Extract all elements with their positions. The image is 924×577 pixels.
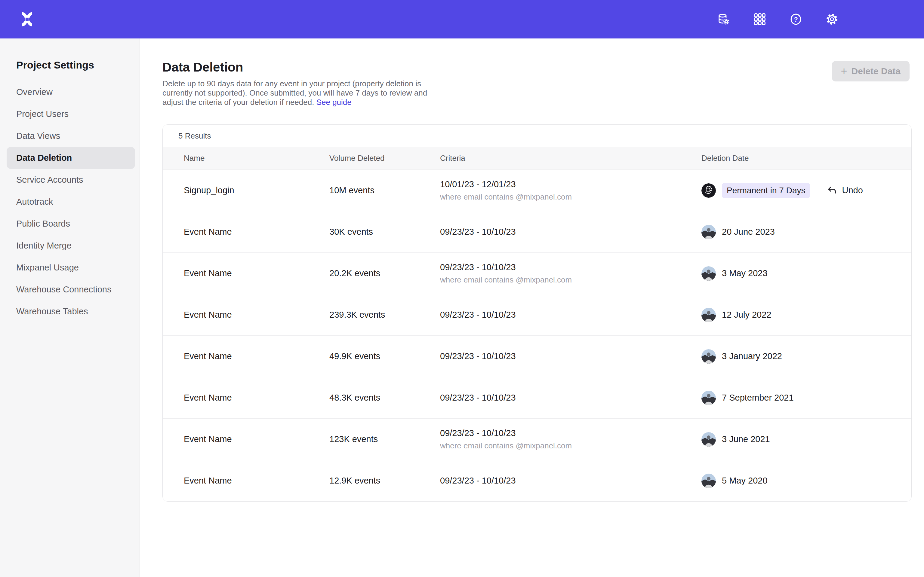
row-criteria-filter: where email contains @mixpanel.com — [440, 275, 701, 285]
row-criteria: 09/23/23 - 10/10/23 — [440, 351, 701, 361]
user-avatar-photo — [701, 432, 716, 446]
table-row: Event Name 12.9K events 09/23/23 - 10/10… — [163, 460, 911, 501]
row-volume: 12.9K events — [330, 476, 440, 486]
sidebar-item[interactable]: Data Deletion — [6, 147, 135, 169]
deletion-date-text: 3 January 2022 — [722, 351, 782, 361]
sidebar-nav: OverviewProject UsersData ViewsData Dele… — [0, 81, 139, 322]
row-criteria: 09/23/23 - 10/10/23 — [440, 476, 701, 486]
row-criteria: 09/23/23 - 10/10/23 — [440, 310, 701, 320]
page-header: Data Deletion Delete up to 90 days data … — [162, 61, 909, 107]
pending-deletion: Permanent in 7 Days Undo — [722, 183, 863, 198]
row-criteria: 09/23/23 - 10/10/23 — [440, 393, 701, 403]
row-name: Event Name — [184, 351, 330, 361]
row-deletion-date: 3 June 2021 — [701, 432, 911, 446]
row-criteria-filter: where email contains @mixpanel.com — [440, 441, 701, 450]
sidebar-item[interactable]: Warehouse Tables — [0, 301, 139, 322]
data-management-icon[interactable] — [716, 12, 731, 26]
row-criteria-range: 09/23/23 - 10/10/23 — [440, 351, 701, 361]
row-criteria-range: 10/01/23 - 12/01/23 — [440, 179, 701, 189]
row-volume: 48.3K events — [330, 393, 440, 403]
user-avatar-photo — [701, 266, 716, 281]
row-criteria: 10/01/23 - 12/01/23 where email contains… — [440, 179, 701, 201]
sidebar-title: Project Settings — [0, 59, 139, 71]
sidebar-item[interactable]: Warehouse Connections — [0, 279, 139, 301]
page-title: Data Deletion — [162, 61, 429, 74]
table-row: Event Name 48.3K events 09/23/23 - 10/10… — [163, 377, 911, 418]
deletion-date-text: 3 May 2023 — [722, 268, 767, 278]
top-navigation-bar: ? — [0, 0, 924, 39]
see-guide-link[interactable]: See guide — [317, 98, 352, 107]
undo-button[interactable]: Undo — [827, 185, 863, 196]
row-criteria: 09/23/23 - 10/10/23 — [440, 227, 701, 237]
row-name: Event Name — [184, 434, 330, 444]
sidebar-item[interactable]: Public Boards — [0, 213, 139, 235]
delete-data-button-label: Delete Data — [851, 66, 901, 76]
mixpanel-logo-icon[interactable] — [19, 11, 36, 27]
table-row: Signup_login 10M events 10/01/23 - 12/01… — [163, 169, 911, 211]
row-volume: 49.9K events — [330, 351, 440, 361]
row-name: Signup_login — [184, 185, 330, 195]
row-deletion-date: 5 May 2020 — [701, 474, 911, 488]
apps-grid-icon[interactable] — [753, 12, 767, 26]
page-description: Delete up to 90 days data for any event … — [162, 79, 429, 107]
row-name: Event Name — [184, 310, 330, 320]
table-row: Event Name 123K events 09/23/23 - 10/10/… — [163, 418, 911, 460]
row-name: Event Name — [184, 268, 330, 278]
row-volume: 30K events — [330, 227, 440, 237]
table-row: Event Name 49.9K events 09/23/23 - 10/10… — [163, 335, 911, 377]
row-name: Event Name — [184, 393, 330, 403]
table-row: Event Name 239.3K events 09/23/23 - 10/1… — [163, 294, 911, 335]
row-volume: 123K events — [330, 434, 440, 444]
deletion-date-text: 7 September 2021 — [722, 393, 794, 403]
plus-icon: + — [841, 66, 847, 77]
row-criteria-filter: where email contains @mixpanel.com — [440, 192, 701, 201]
sidebar-item[interactable]: Data Views — [0, 125, 139, 147]
sidebar-item[interactable]: Service Accounts — [0, 169, 139, 191]
row-deletion-date: Permanent in 7 Days Undo — [701, 183, 911, 198]
column-header: Volume Deleted — [330, 153, 440, 163]
row-criteria-range: 09/23/23 - 10/10/23 — [440, 310, 701, 320]
table-row: Event Name 30K events 09/23/23 - 10/10/2… — [163, 211, 911, 253]
undo-label: Undo — [842, 185, 863, 195]
sidebar: Project Settings OverviewProject UsersDa… — [0, 39, 140, 577]
user-avatar-illustration — [701, 183, 716, 198]
deletion-date-text: 20 June 2023 — [722, 227, 775, 237]
column-header: Name — [184, 153, 330, 163]
settings-gear-icon[interactable] — [825, 12, 839, 26]
main-content: Data Deletion Delete up to 90 days data … — [140, 39, 924, 577]
row-criteria-range: 09/23/23 - 10/10/23 — [440, 428, 701, 438]
user-avatar-photo — [701, 474, 716, 488]
row-criteria-range: 09/23/23 - 10/10/23 — [440, 476, 701, 486]
sidebar-item[interactable]: Autotrack — [0, 191, 139, 213]
row-deletion-date: 3 May 2023 — [701, 266, 911, 281]
permanent-badge: Permanent in 7 Days — [722, 183, 810, 198]
table-header-row: NameVolume DeletedCriteriaDeletion Date — [163, 147, 911, 169]
sidebar-item[interactable]: Mixpanel Usage — [0, 257, 139, 279]
row-volume: 20.2K events — [330, 268, 440, 278]
row-name: Event Name — [184, 476, 330, 486]
user-avatar-photo — [701, 391, 716, 405]
page-header-text: Data Deletion Delete up to 90 days data … — [162, 61, 429, 107]
column-header: Deletion Date — [701, 153, 911, 163]
svg-text:?: ? — [794, 16, 798, 23]
column-header: Criteria — [440, 153, 701, 163]
sidebar-item[interactable]: Project Users — [0, 103, 139, 125]
user-avatar-photo — [701, 225, 716, 239]
row-deletion-date: 20 June 2023 — [701, 225, 911, 239]
deletion-date-text: 3 June 2021 — [722, 434, 770, 444]
row-criteria: 09/23/23 - 10/10/23 where email contains… — [440, 262, 701, 285]
delete-data-button[interactable]: + Delete Data — [832, 61, 909, 81]
help-icon[interactable]: ? — [789, 12, 803, 26]
row-deletion-date: 7 September 2021 — [701, 391, 911, 405]
row-criteria: 09/23/23 - 10/10/23 where email contains… — [440, 428, 701, 450]
table-row: Event Name 20.2K events 09/23/23 - 10/10… — [163, 253, 911, 294]
sidebar-item[interactable]: Identity Merge — [0, 235, 139, 257]
page-description-text: Delete up to 90 days data for any event … — [162, 79, 427, 107]
row-criteria-range: 09/23/23 - 10/10/23 — [440, 227, 701, 237]
row-criteria-range: 09/23/23 - 10/10/23 — [440, 393, 701, 403]
row-volume: 239.3K events — [330, 310, 440, 320]
undo-icon — [827, 185, 838, 196]
sidebar-item[interactable]: Overview — [0, 81, 139, 103]
deletion-requests-card: 5 Results NameVolume DeletedCriteriaDele… — [162, 124, 912, 501]
topbar-icon-group: ? — [716, 12, 839, 26]
